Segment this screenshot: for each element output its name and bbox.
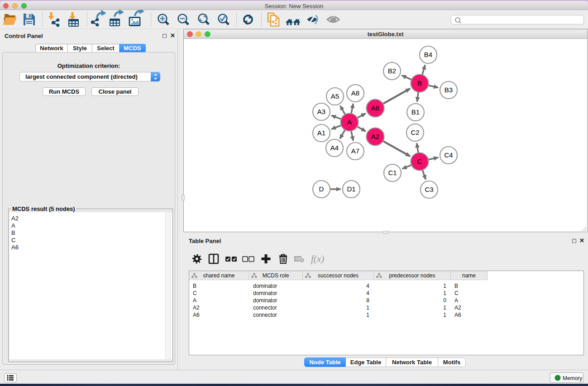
svg-text:B4: B4: [424, 51, 432, 58]
svg-text:B2: B2: [388, 67, 396, 75]
svg-text:C: C: [417, 157, 422, 165]
svg-text:C2: C2: [411, 129, 419, 136]
svg-text:A7: A7: [351, 147, 359, 155]
svg-text:f(x): f(x): [311, 253, 324, 264]
svg-text:C1: C1: [388, 169, 397, 176]
svg-text:B: B: [417, 79, 422, 87]
svg-text:C3: C3: [425, 186, 433, 193]
svg-text:B3: B3: [445, 86, 453, 94]
svg-text:A1: A1: [317, 129, 325, 137]
svg-text:A2: A2: [371, 133, 379, 140]
svg-text:A8: A8: [351, 89, 359, 97]
svg-text:D1: D1: [347, 185, 355, 193]
svg-text:C4: C4: [444, 151, 453, 159]
svg-text:A5: A5: [331, 92, 339, 100]
svg-text:A4: A4: [330, 144, 339, 152]
svg-text:B1: B1: [411, 108, 420, 116]
svg-text:A6: A6: [371, 104, 379, 112]
svg-text:D: D: [319, 185, 324, 193]
svg-text:A3: A3: [317, 108, 325, 115]
svg-text:A: A: [347, 118, 352, 126]
